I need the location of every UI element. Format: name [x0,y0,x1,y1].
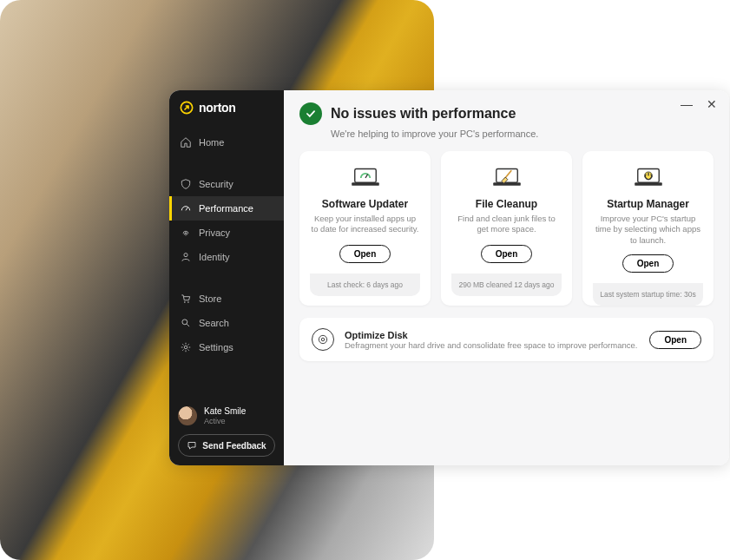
card-footer: Last check: 6 days ago [310,273,420,296]
row-desc: Defragment your hard drive and consolida… [345,340,639,350]
sidebar-item-label: Settings [199,342,233,352]
sidebar-item-label: Privacy [199,227,230,238]
card-title: Software Updater [322,198,408,210]
open-button[interactable]: Open [649,331,701,349]
card-desc: Keep your installed apps up to date for … [310,214,420,236]
cart-icon [180,293,192,305]
cards-row: Software Updater Keep your installed app… [299,151,714,306]
avatar [178,406,197,425]
broom-icon [489,165,525,191]
fingerprint-icon [180,227,192,239]
window-controls: — ✕ [681,97,717,111]
feedback-label: Send Feedback [202,441,266,451]
svg-point-4 [187,301,189,303]
card-desc: Find and clean junk files to get more sp… [451,214,562,236]
home-icon [180,136,192,148]
app-window: norton Home Security Performance Privacy [169,90,729,465]
user-status: Active [204,417,246,425]
card-title: File Cleanup [476,198,537,210]
sidebar-item-settings[interactable]: Settings [169,335,284,359]
svg-line-6 [187,324,189,326]
sidebar-item-privacy[interactable]: Privacy [169,221,284,245]
page-title: No issues with performance [331,106,516,122]
brand-name: norton [199,101,236,115]
sidebar-item-search[interactable]: Search [169,311,284,335]
user-name: Kate Smile [204,406,246,417]
close-button[interactable]: ✕ [707,97,717,111]
svg-point-5 [182,320,187,325]
card-footer: Last system startup time: 30s [593,283,703,306]
page-subtitle: We're helping to improve your PC's perfo… [331,128,714,139]
svg-line-1 [186,208,187,211]
laptop-gauge-icon [347,165,384,191]
row-title: Optimize Disk [345,330,639,340]
svg-rect-8 [354,169,376,183]
svg-rect-12 [493,182,521,186]
gauge-icon [180,202,192,214]
sidebar-item-label: Performance [199,203,253,214]
svg-point-3 [184,301,186,303]
brand: norton [169,90,284,130]
sidebar-item-label: Security [199,179,233,189]
sidebar-item-home[interactable]: Home [169,130,284,155]
open-button[interactable]: Open [622,254,674,273]
sidebar-item-label: Identity [199,252,229,262]
card-startup-manager: Startup Manager Improve your PC's startu… [582,151,714,306]
sidebar-item-label: Search [199,318,229,328]
status-ok-icon [299,102,322,125]
target-icon [312,328,334,351]
shield-icon [180,178,192,190]
card-title: Startup Manager [607,198,689,210]
send-feedback-button[interactable]: Send Feedback [178,434,275,457]
user-row[interactable]: Kate Smile Active [178,406,275,425]
chat-icon [187,440,197,451]
power-laptop-icon [630,165,667,191]
card-footer: 290 MB cleaned 12 days ago [451,273,562,296]
gear-icon [180,341,192,353]
svg-point-7 [184,346,187,349]
main-panel: — ✕ No issues with performance We're hel… [284,90,729,465]
svg-rect-9 [352,182,379,186]
sidebar-item-store[interactable]: Store [169,287,284,311]
card-software-updater: Software Updater Keep your installed app… [299,151,431,306]
svg-point-19 [321,338,325,341]
nav-group-1: Home [169,130,284,155]
nav-group-3: Store Search Settings [169,287,284,359]
sidebar-item-label: Home [199,137,224,148]
sidebar: norton Home Security Performance Privacy [169,90,284,465]
svg-point-18 [319,335,326,343]
person-icon [180,251,192,263]
svg-rect-15 [635,182,662,186]
open-button[interactable]: Open [339,245,391,263]
header-row: No issues with performance [299,102,714,125]
nav-group-2: Security Performance Privacy Identity [169,172,284,269]
sidebar-item-identity[interactable]: Identity [169,245,284,269]
search-icon [180,317,192,329]
sidebar-item-security[interactable]: Security [169,172,284,196]
row-optimize-disk: Optimize Disk Defragment your hard drive… [299,318,714,361]
sidebar-item-label: Store [199,293,221,304]
card-desc: Improve your PC's startup time by select… [593,214,703,246]
sidebar-item-performance[interactable]: Performance [169,196,284,221]
sidebar-bottom: Kate Smile Active Send Feedback [169,406,284,465]
minimize-button[interactable]: — [681,97,693,111]
norton-logo-icon [180,101,194,115]
card-file-cleanup: File Cleanup Find and clean junk files t… [441,151,572,306]
svg-point-2 [184,254,187,257]
open-button[interactable]: Open [481,245,533,263]
